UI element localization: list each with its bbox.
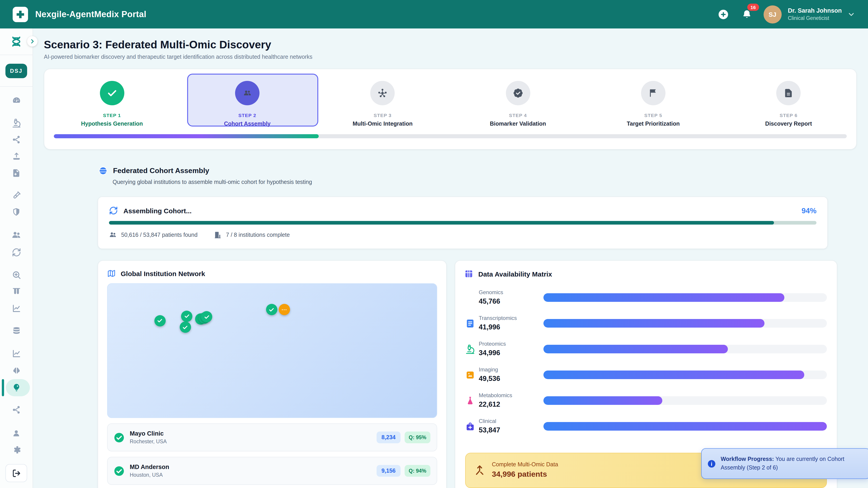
- add-button[interactable]: [716, 7, 730, 21]
- institution-name: Mayo Clinic: [130, 429, 167, 438]
- share-network-icon: [12, 135, 21, 144]
- sidebar: DSJ: [0, 29, 33, 488]
- user-menu[interactable]: SJ Dr. Sarah Johnson Clinical Geneticist: [763, 5, 855, 23]
- sidebar-item-file-plus[interactable]: [0, 165, 33, 181]
- institution-map[interactable]: [107, 283, 437, 418]
- main-content: Scenario 3: Federated Multi-Omic Discove…: [33, 29, 868, 488]
- sidebar-item-sync[interactable]: [0, 244, 33, 260]
- matrix-value: 41,996: [479, 323, 544, 332]
- matrix-value: 53,847: [479, 426, 544, 435]
- matrix-label: Transcriptomics: [479, 315, 544, 322]
- brain-icon: [11, 366, 21, 375]
- sidebar-item-analytics[interactable]: [0, 300, 33, 316]
- app-header: Nexgile-AgentMedix Portal 16 SJ Dr. Sara…: [0, 0, 868, 29]
- map-icon: [107, 269, 116, 278]
- step-5-target-prioritization[interactable]: STEP 5 Target Prioritization: [586, 75, 721, 127]
- institution-row-mayo-clinic[interactable]: Mayo Clinic Rochester, USA 8,234 Q: 95%: [107, 423, 437, 451]
- matrix-label: Genomics: [479, 289, 544, 296]
- users-icon: [242, 88, 253, 98]
- map-marker-complete[interactable]: [180, 322, 191, 333]
- sidebar-item-samples[interactable]: [0, 283, 33, 300]
- matrix-bar: [544, 319, 765, 328]
- institution-network-panel: Global Institution Network Mayo Clinic R…: [98, 260, 447, 488]
- step-name: Cohort Assembly: [224, 121, 271, 127]
- step-2-circle: [235, 81, 259, 105]
- map-marker-pending[interactable]: [279, 304, 290, 315]
- institution-name: MD Anderson: [130, 463, 169, 471]
- merge-icon: [474, 464, 486, 476]
- matrix-value: 45,766: [479, 297, 544, 306]
- sidebar-collapse-button[interactable]: [27, 36, 37, 46]
- map-panel-title: Global Institution Network: [121, 270, 205, 278]
- building-icon: [214, 231, 221, 238]
- institution-location: Houston, USA: [130, 471, 169, 479]
- check-circle-icon: [114, 432, 124, 443]
- notifications-bell-icon[interactable]: 16: [740, 7, 753, 21]
- assembly-status-label: Assembling Cohort...: [123, 207, 192, 215]
- step-6-discovery-report[interactable]: STEP 6 Discovery Report: [721, 75, 856, 127]
- map-marker-complete[interactable]: [181, 311, 193, 322]
- step-label: STEP 2: [238, 112, 256, 118]
- patient-count-badge: 9,156: [376, 465, 401, 477]
- map-marker-complete[interactable]: [201, 311, 212, 322]
- map-marker-complete[interactable]: [266, 304, 277, 315]
- step-3-multi-omic-integration[interactable]: STEP 3 Multi-Omic Integration: [315, 75, 450, 127]
- sidebar-item-network[interactable]: [0, 131, 33, 148]
- matrix-label: Proteomics: [479, 341, 544, 347]
- users-icon: [11, 230, 21, 240]
- step-name: Hypothesis Generation: [81, 121, 143, 127]
- sidebar-item-database[interactable]: [0, 323, 33, 339]
- sidebar-item-brain[interactable]: [0, 362, 33, 379]
- step-1-hypothesis-generation[interactable]: STEP 1 Hypothesis Generation: [44, 75, 180, 127]
- quality-badge: Q: 95%: [405, 431, 430, 443]
- matrix-bar: [544, 422, 827, 431]
- sidebar-item-insights-active[interactable]: [0, 379, 33, 395]
- test-tube-icon: [9, 188, 23, 202]
- step-3-circle: [370, 81, 395, 105]
- image-icon: [465, 370, 475, 380]
- grid-table-icon: [464, 269, 473, 278]
- step-label: STEP 1: [103, 112, 121, 118]
- institution-row-md-anderson[interactable]: MD Anderson Houston, USA 9,156 Q: 94%: [107, 457, 437, 485]
- sidebar-item-dashboard[interactable]: [0, 92, 33, 108]
- medkit-icon: [465, 421, 475, 431]
- assembly-progress-fill: [109, 221, 774, 225]
- info-icon: [708, 458, 716, 469]
- user-initials-badge[interactable]: DSJ: [5, 64, 27, 78]
- app-title: Nexgile-AgentMedix Portal: [35, 9, 146, 19]
- sidebar-item-profile[interactable]: [0, 425, 33, 442]
- matrix-bar: [544, 396, 662, 405]
- sidebar-item-settings[interactable]: [0, 442, 33, 458]
- page-title: Scenario 3: Federated Multi-Omic Discove…: [44, 38, 271, 51]
- workflow-progress-toast: Workflow Progress: You are currently on …: [701, 448, 868, 479]
- matrix-row-imaging: Imaging 49,536: [465, 362, 827, 388]
- step-5-circle: [641, 81, 665, 105]
- sidebar-item-search[interactable]: [0, 267, 33, 283]
- check-icon: [106, 87, 118, 99]
- matrix-bar: [544, 370, 804, 379]
- notification-count-badge: 16: [747, 3, 759, 11]
- section-subtitle: Querying global institutions to assemble…: [113, 179, 312, 185]
- sidebar-item-test-tube[interactable]: [0, 187, 33, 203]
- sidebar-item-microscope[interactable]: [0, 115, 33, 131]
- step-label: STEP 4: [509, 112, 527, 118]
- logout-button[interactable]: [5, 464, 27, 482]
- step-4-biomarker-validation[interactable]: STEP 4 Biomarker Validation: [450, 75, 586, 127]
- check-circle-icon: [114, 466, 124, 476]
- sidebar-item-patients[interactable]: [0, 227, 33, 243]
- map-marker-complete[interactable]: [154, 315, 166, 326]
- sidebar-item-shield[interactable]: [0, 204, 33, 220]
- assembly-progress-percent: 94%: [802, 206, 816, 215]
- matrix-row-metabolomics: Metabolomics 22,612: [465, 388, 827, 414]
- badge-check-icon: [513, 88, 523, 98]
- sidebar-item-trends[interactable]: [0, 345, 33, 361]
- upload-icon: [11, 151, 21, 161]
- sidebar-item-pipeline[interactable]: [0, 402, 33, 418]
- line-chart-icon: [11, 303, 21, 313]
- matrix-label: Imaging: [479, 366, 544, 373]
- step-2-cohort-assembly[interactable]: STEP 2 Cohort Assembly: [180, 75, 315, 127]
- matrix-bar: [544, 345, 727, 353]
- matrix-row-transcriptomics: Transcriptomics 41,996: [465, 311, 827, 336]
- sidebar-item-upload[interactable]: [0, 148, 33, 164]
- hub-network-icon: [377, 88, 388, 98]
